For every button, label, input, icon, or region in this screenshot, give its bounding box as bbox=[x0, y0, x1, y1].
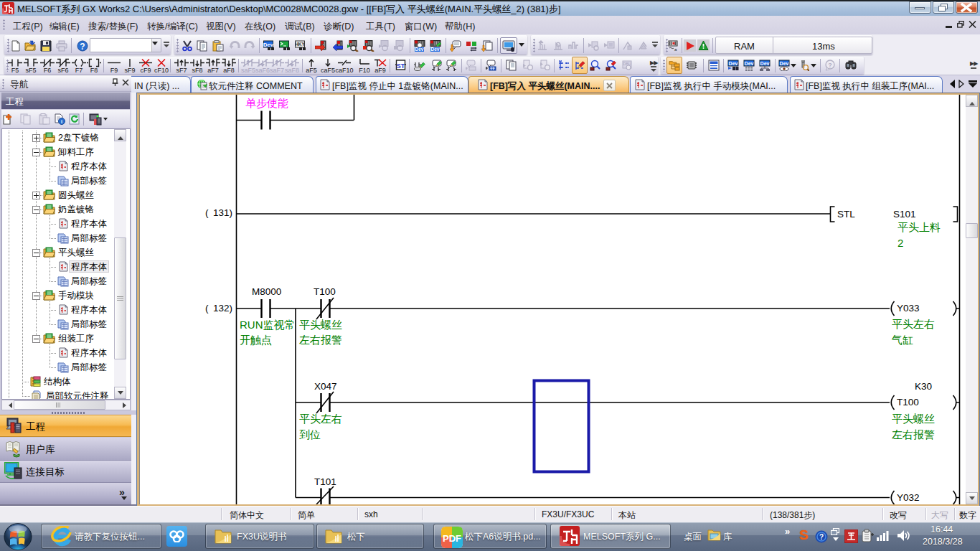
svg-text:a: a bbox=[674, 47, 677, 52]
svg-text:i: i bbox=[61, 119, 62, 124]
svg-text:?: ? bbox=[828, 62, 832, 69]
svg-text:Dev: Dev bbox=[729, 61, 738, 66]
svg-text:131): 131) bbox=[213, 207, 232, 218]
svg-text:气缸: 气缸 bbox=[891, 334, 913, 346]
svg-text:开触点: 开触点 bbox=[240, 334, 272, 346]
svg-text:PDF: PDF bbox=[443, 533, 461, 544]
svg-text:单步使能: 单步使能 bbox=[245, 97, 288, 109]
svg-text:Dev: Dev bbox=[760, 61, 770, 66]
svg-text:平头左右: 平头左右 bbox=[892, 318, 935, 330]
svg-text:ST: ST bbox=[397, 62, 405, 70]
svg-text:平头左右: 平头左右 bbox=[299, 413, 342, 425]
svg-text:?: ? bbox=[819, 533, 824, 541]
svg-text:Dev: Dev bbox=[431, 47, 440, 52]
svg-text:Dev: Dev bbox=[745, 61, 754, 66]
svg-text:Dev: Dev bbox=[780, 61, 789, 66]
svg-text:RUN监视常: RUN监视常 bbox=[240, 319, 296, 331]
svg-text:Dev: Dev bbox=[263, 42, 274, 48]
svg-text:T101: T101 bbox=[314, 476, 336, 487]
svg-text:平头螺丝: 平头螺丝 bbox=[892, 413, 935, 425]
svg-text:X047: X047 bbox=[314, 381, 337, 392]
svg-text:平头上料: 平头上料 bbox=[897, 221, 941, 233]
svg-text:2: 2 bbox=[897, 237, 903, 249]
svg-text:T100: T100 bbox=[314, 286, 336, 297]
svg-text:Dev: Dev bbox=[415, 47, 424, 52]
svg-text:K30: K30 bbox=[915, 381, 932, 392]
svg-text:平头螺丝: 平头螺丝 bbox=[299, 319, 342, 331]
svg-text:Y033: Y033 bbox=[897, 303, 920, 314]
svg-text:STL: STL bbox=[837, 209, 855, 220]
svg-text:T100: T100 bbox=[897, 397, 919, 408]
svg-text:HKY: HKY bbox=[295, 42, 305, 47]
svg-text:到位: 到位 bbox=[299, 428, 321, 441]
svg-text:Y032: Y032 bbox=[897, 492, 920, 503]
svg-text:?: ? bbox=[80, 42, 85, 52]
svg-text:左右报警: 左右报警 bbox=[299, 334, 342, 346]
svg-text:M8000: M8000 bbox=[252, 286, 281, 297]
svg-text:左右报警: 左右报警 bbox=[892, 428, 935, 441]
svg-text:S101: S101 bbox=[893, 209, 916, 220]
svg-text:(: ( bbox=[205, 207, 209, 218]
svg-text:132): 132) bbox=[213, 303, 232, 314]
svg-text:(: ( bbox=[205, 303, 209, 314]
